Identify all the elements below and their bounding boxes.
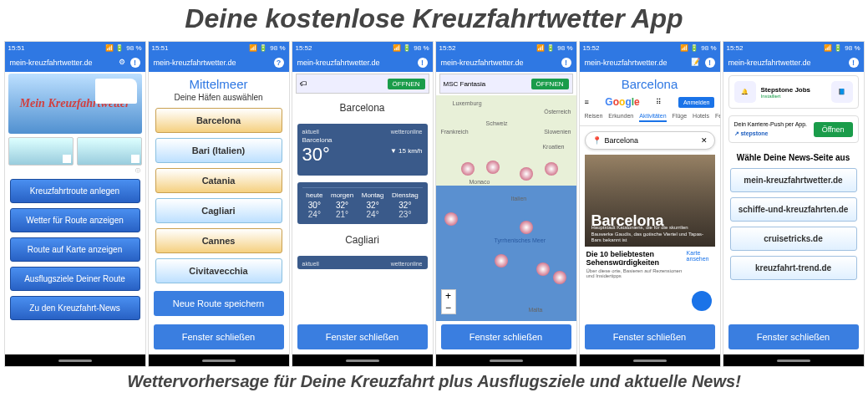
google-section[interactable]: Die 10 beliebtesten Sehenswürdigkeiten Ü… bbox=[580, 247, 720, 282]
btn-news[interactable]: Zu den Kreuzfahrt-News bbox=[10, 296, 140, 320]
ad-card-2[interactable] bbox=[77, 137, 142, 166]
info-icon[interactable]: ! bbox=[561, 58, 571, 68]
apps-icon[interactable]: ⠿ bbox=[656, 98, 662, 106]
news-src-2[interactable]: schiffe-und-kreuzfahrten.de bbox=[730, 197, 857, 222]
map-pin[interactable] bbox=[444, 212, 458, 226]
ad-card-1[interactable] bbox=[8, 137, 74, 166]
btn-create-route[interactable]: Kreuzfahrtroute anlegen bbox=[10, 179, 140, 203]
status-time: 15:52 bbox=[583, 44, 600, 52]
btn-close[interactable]: Fenster schließen bbox=[297, 324, 428, 349]
android-navbar[interactable] bbox=[723, 354, 864, 366]
status-icons: 📶 🔋 98 % bbox=[105, 44, 141, 52]
weather-card-now[interactable]: aktuell wetteronline Barcelona 30° ▼ 15 … bbox=[297, 124, 428, 176]
ship-icon bbox=[95, 79, 137, 104]
map-pin[interactable] bbox=[536, 263, 550, 276]
status-bar: 15:51 📶 🔋 98 % bbox=[149, 42, 289, 54]
map-link[interactable]: Karte ansehen bbox=[687, 250, 713, 262]
news-ad[interactable]: 🔔 Stepstone Jobs Installiert 📘 bbox=[728, 75, 859, 109]
news-src-3[interactable]: cruisetricks.de bbox=[730, 227, 857, 251]
google-hero[interactable]: Barcelona Hauptstadt Kataloniens, die fü… bbox=[585, 155, 715, 247]
btn-show-weather[interactable]: Wetter für Route anzeigen bbox=[10, 208, 140, 232]
ad-banner[interactable]: MSC Fantasia ÖFFNEN bbox=[439, 74, 573, 94]
btn-close[interactable]: Fenster schließen bbox=[728, 324, 859, 349]
gear-icon[interactable]: ⚙ bbox=[119, 58, 125, 68]
app-bar: mein-kreuzfahrtwetter.de 📝 ! bbox=[580, 54, 720, 72]
btn-excursions[interactable]: Ausflugsziele Deiner Route bbox=[10, 267, 140, 291]
map-pin[interactable] bbox=[495, 254, 508, 268]
fab-button[interactable] bbox=[692, 291, 712, 311]
info-icon[interactable]: ! bbox=[418, 58, 428, 68]
search-value: Barcelona bbox=[605, 136, 639, 145]
news-src-4[interactable]: kreuzfahrt-trend.de bbox=[730, 256, 857, 280]
screenshot-row: 15:51 📶 🔋 98 % mein-kreuzfahrtwetter.de … bbox=[0, 41, 868, 367]
android-navbar[interactable] bbox=[5, 354, 145, 366]
appbar-title: mein-kreuzfahrtwetter.de bbox=[441, 59, 524, 67]
status-bar: 15:51 📶 🔋 98 % bbox=[5, 42, 145, 54]
current-wind: ▼ 15 km/h bbox=[390, 147, 423, 155]
weather-card-2[interactable]: aktuell wetteronline bbox=[297, 256, 428, 269]
info-icon[interactable]: ! bbox=[130, 58, 140, 68]
news-ad-2[interactable]: Dein Karriere-Push per App. ↗ stepstone … bbox=[728, 115, 859, 143]
map-pin[interactable] bbox=[545, 162, 558, 176]
map-pin[interactable] bbox=[553, 271, 566, 284]
map-pin[interactable] bbox=[520, 167, 533, 181]
port-bari[interactable]: Bari (Italien) bbox=[155, 138, 282, 163]
ad-open-btn[interactable]: Öffnen bbox=[814, 122, 853, 137]
current-temp: 30° bbox=[302, 144, 332, 166]
status-bar: 15:52 📶 🔋 98 % bbox=[580, 42, 720, 54]
btn-close[interactable]: Fenster schließen bbox=[154, 324, 284, 349]
btn-close[interactable]: Fenster schließen bbox=[441, 324, 571, 349]
map-zoom[interactable]: +− bbox=[441, 289, 456, 314]
screen-map: 15:52 📶 🔋 98 % mein-kreuzfahrtwetter.de … bbox=[435, 41, 577, 367]
ad-row[interactable] bbox=[8, 137, 142, 166]
screen-news: 15:52 📶 🔋 98 % mein-kreuzfahrtwetter.de … bbox=[723, 41, 865, 367]
screen-google: 15:52 📶 🔋 98 % mein-kreuzfahrtwetter.de … bbox=[579, 41, 721, 367]
map-pin[interactable] bbox=[461, 162, 475, 176]
port-catania[interactable]: Catania bbox=[155, 168, 282, 193]
port-cagliari[interactable]: Cagliari bbox=[155, 198, 282, 223]
page-subtitle: Wettervorhersage für Deine Kreuzfahrt pl… bbox=[0, 367, 868, 396]
btn-close[interactable]: Fenster schließen bbox=[585, 324, 715, 349]
menu-icon[interactable]: ≡ bbox=[585, 98, 589, 106]
weather-city-2: Cagliari bbox=[292, 227, 433, 252]
weather-city-1: Barcelona bbox=[292, 95, 433, 120]
weather-card-forecast[interactable]: heute30°24° morgen32°21° Montag32°24° Di… bbox=[297, 182, 428, 224]
ad-text: MSC Fantasia bbox=[444, 80, 486, 88]
google-signin[interactable]: Anmelden bbox=[678, 97, 715, 108]
edit-icon[interactable]: 📝 bbox=[691, 58, 700, 68]
ad-open-btn[interactable]: ÖFFNEN bbox=[531, 79, 569, 89]
btn-save-route[interactable]: Neue Route speichern bbox=[154, 291, 284, 316]
status-time: 15:52 bbox=[727, 44, 744, 52]
google-search[interactable]: 📍 Barcelona ✕ bbox=[585, 131, 715, 150]
app-icon: 📘 bbox=[831, 81, 853, 103]
news-src-1[interactable]: mein-kreuzfahrtwetter.de bbox=[730, 168, 857, 192]
info-icon[interactable]: ! bbox=[705, 58, 715, 68]
android-navbar[interactable] bbox=[149, 354, 289, 366]
android-navbar[interactable] bbox=[292, 354, 433, 366]
info-icon[interactable]: ! bbox=[849, 58, 859, 68]
ad-open-btn[interactable]: ÖFFNEN bbox=[388, 79, 425, 89]
port-cannes[interactable]: Cannes bbox=[155, 228, 282, 253]
ad-brand-icon: 🏷 bbox=[300, 80, 307, 88]
status-time: 15:51 bbox=[152, 44, 169, 52]
ad-banner[interactable]: 🏷 ÖFFNEN bbox=[296, 74, 429, 94]
ad-label: ⓘ bbox=[5, 167, 145, 176]
status-bar: 15:52 📶 🔋 98 % bbox=[723, 42, 864, 54]
status-time: 15:52 bbox=[439, 44, 456, 52]
region-title: Mittelmeer bbox=[149, 72, 289, 93]
map-pin[interactable] bbox=[520, 221, 533, 234]
android-navbar[interactable] bbox=[436, 354, 576, 366]
bell-icon: 🔔 bbox=[734, 81, 756, 103]
android-navbar[interactable] bbox=[580, 354, 720, 366]
route-map[interactable]: Luxemburg Österreich Frankreich Schweiz … bbox=[436, 95, 576, 321]
close-icon[interactable]: ✕ bbox=[701, 136, 708, 145]
appbar-title: mein-kreuzfahrtwetter.de bbox=[10, 59, 93, 67]
google-tabs[interactable]: Reisen Erkunden Aktivitäten Flüge Hotels… bbox=[580, 111, 720, 126]
btn-show-map[interactable]: Route auf Karte anzeigen bbox=[10, 237, 140, 262]
help-icon[interactable]: ? bbox=[274, 58, 284, 68]
map-pin[interactable] bbox=[486, 161, 500, 174]
dest-title: Barcelona bbox=[580, 72, 720, 93]
port-barcelona[interactable]: Barcelona bbox=[155, 108, 282, 133]
status-bar: 15:52 📶 🔋 98 % bbox=[292, 42, 433, 54]
port-civitavecchia[interactable]: Civitavecchia bbox=[155, 258, 282, 283]
